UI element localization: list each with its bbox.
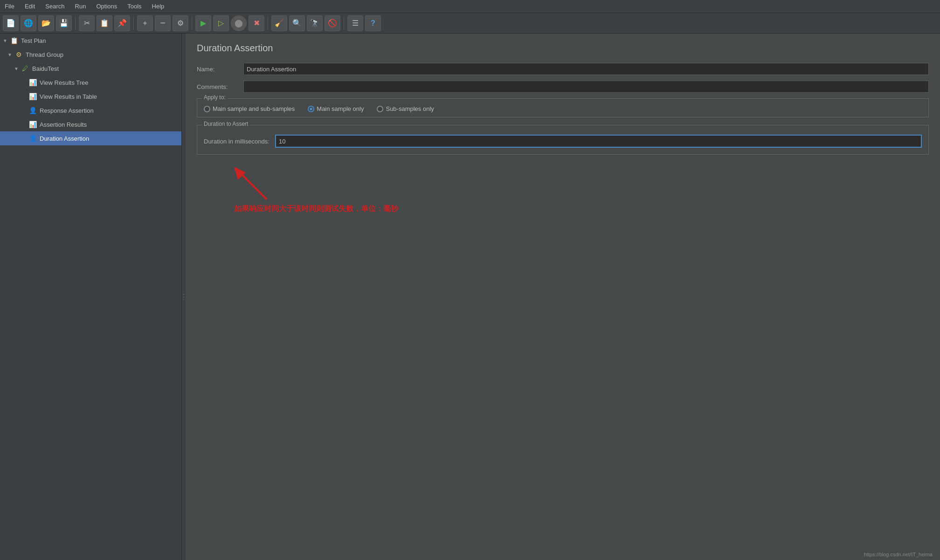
menu-help[interactable]: Help — [150, 2, 166, 11]
icon-assertionresults: 📊 — [28, 120, 37, 129]
toolbar-start-no-pause[interactable]: ▷ — [213, 15, 229, 31]
toolbar-remove[interactable]: − — [155, 15, 171, 31]
radio-label-main-and-sub: Main sample and sub-samples — [213, 105, 295, 112]
toolbar-sep5 — [344, 17, 344, 30]
radio-circle-main-only — [308, 106, 314, 112]
icon-viewresultstree: 📊 — [28, 78, 37, 87]
radio-label-sub-only: Sub-samples only — [386, 105, 434, 112]
toolbar-sep3 — [192, 17, 192, 30]
label-durationassertion: Duration Assertion — [40, 135, 89, 142]
main-layout: ▼ 📋 Test Plan ▼ ⚙ Thread Group ▼ 🖊 Baidu… — [0, 34, 940, 560]
label-testplan: Test Plan — [21, 37, 46, 44]
toolbar-clear[interactable]: 🧹 — [271, 15, 287, 31]
label-threadgroup: Thread Group — [26, 51, 63, 58]
red-arrow-svg — [225, 162, 281, 209]
radio-main-and-sub[interactable]: Main sample and sub-samples — [204, 105, 295, 112]
icon-viewresultstable: 📊 — [28, 92, 37, 101]
icon-durationassertion: 👤 — [28, 134, 37, 143]
apply-to-title: Apply to: — [202, 94, 228, 101]
arrow-threadgroup: ▼ — [7, 52, 14, 57]
menu-edit[interactable]: Edit — [23, 2, 37, 11]
apply-to-group: Apply to: Main sample and sub-samples Ma… — [197, 98, 929, 117]
label-viewresultstree: View Results Tree — [40, 79, 89, 86]
content-panel: Duration Assertion Name: Comments: Apply… — [186, 34, 940, 560]
toolbar: 📄 🌐 📂 💾 ✂ 📋 📌 + − ⚙ ▶ ▷ ⬤ ✖ 🧹 🔍 🔭 🚫 ☰ ? — [0, 13, 940, 34]
svg-line-0 — [239, 171, 267, 199]
sidebar: ▼ 📋 Test Plan ▼ ⚙ Thread Group ▼ 🖊 Baidu… — [0, 34, 182, 560]
menu-file[interactable]: File — [3, 2, 16, 11]
radio-circle-main-and-sub — [204, 106, 210, 112]
label-responseassertion: Response Assertion — [40, 107, 94, 114]
label-baidutest: BaiduTest — [32, 65, 59, 72]
toolbar-sep2 — [133, 17, 134, 30]
toolbar-clear-all[interactable]: 🔍 — [289, 15, 305, 31]
toolbar-sep1 — [75, 17, 76, 30]
arrow-baidutest: ▼ — [14, 66, 21, 71]
comments-input[interactable] — [243, 81, 929, 93]
duration-group-title: Duration to Assert — [202, 121, 250, 127]
toolbar-config[interactable]: ⚙ — [173, 15, 188, 31]
icon-responseassertion: 👤 — [28, 106, 37, 115]
tree-item-durationassertion[interactable]: ▷ 👤 Duration Assertion — [0, 131, 181, 145]
name-row: Name: — [197, 63, 929, 75]
toolbar-log[interactable]: 🚫 — [325, 15, 340, 31]
label-assertionresults: Assertion Results — [40, 121, 87, 128]
radio-group: Main sample and sub-samples Main sample … — [204, 105, 922, 112]
tree-item-viewresultstree[interactable]: ▷ 📊 View Results Tree — [0, 75, 181, 89]
menu-run[interactable]: Run — [73, 2, 88, 11]
icon-testplan: 📋 — [9, 36, 19, 45]
drag-handle[interactable]: ⋮ — [182, 34, 186, 560]
radio-main-only[interactable]: Main sample only — [308, 105, 364, 112]
name-label: Name: — [197, 66, 243, 73]
toolbar-list[interactable]: ☰ — [347, 15, 363, 31]
toolbar-open[interactable]: 📂 — [38, 15, 54, 31]
duration-input[interactable] — [275, 135, 922, 148]
icon-threadgroup: ⚙ — [14, 50, 23, 59]
toolbar-templates[interactable]: 🌐 — [21, 15, 36, 31]
duration-label: Duration in milliseconds: — [204, 138, 270, 145]
tree-item-responseassertion[interactable]: ▷ 👤 Response Assertion — [0, 103, 181, 117]
tree-item-baidutest[interactable]: ▼ 🖊 BaiduTest — [0, 61, 181, 75]
tree-item-testplan[interactable]: ▼ 📋 Test Plan — [0, 34, 181, 48]
toolbar-copy[interactable]: 📋 — [97, 15, 112, 31]
label-viewresultstable: View Results in Table — [40, 93, 97, 100]
menubar: File Edit Search Run Options Tools Help — [0, 0, 940, 13]
footer-url: https://blog.csdn.net/IT_heima — [864, 552, 933, 557]
toolbar-add[interactable]: + — [137, 15, 153, 31]
comments-label: Comments: — [197, 83, 243, 90]
radio-circle-sub-only — [377, 106, 383, 112]
duration-row: Duration in milliseconds: — [204, 135, 922, 148]
toolbar-new[interactable]: 📄 — [3, 15, 19, 31]
toolbar-start[interactable]: ▶ — [195, 15, 211, 31]
tree-item-threadgroup[interactable]: ▼ ⚙ Thread Group — [0, 48, 181, 61]
toolbar-help[interactable]: ? — [365, 15, 381, 31]
annotation-text: 如果响应时间大于该时间则测试失败，单位：毫秒 — [234, 204, 398, 214]
duration-group: Duration to Assert Duration in milliseco… — [197, 125, 929, 155]
toolbar-cut[interactable]: ✂ — [79, 15, 95, 31]
toolbar-paste[interactable]: 📌 — [114, 15, 130, 31]
menu-search[interactable]: Search — [43, 2, 66, 11]
radio-label-main-only: Main sample only — [317, 105, 364, 112]
tree-item-viewresultstable[interactable]: ▷ 📊 View Results in Table — [0, 89, 181, 103]
toolbar-save[interactable]: 💾 — [56, 15, 72, 31]
name-input[interactable] — [243, 63, 929, 75]
comments-row: Comments: — [197, 81, 929, 93]
radio-sub-only[interactable]: Sub-samples only — [377, 105, 434, 112]
toolbar-sep4 — [268, 17, 268, 30]
toolbar-shutdown[interactable]: ✖ — [249, 15, 264, 31]
toolbar-stop[interactable]: ⬤ — [231, 15, 247, 31]
menu-tools[interactable]: Tools — [125, 2, 143, 11]
tree-item-assertionresults[interactable]: ▷ 📊 Assertion Results — [0, 117, 181, 131]
annotation-area: 如果响应时间大于该时间则测试失败，单位：毫秒 — [197, 162, 929, 227]
menu-options[interactable]: Options — [94, 2, 119, 11]
toolbar-search[interactable]: 🔭 — [307, 15, 323, 31]
panel-title: Duration Assertion — [197, 43, 929, 54]
icon-baidutest: 🖊 — [21, 64, 30, 73]
arrow-testplan: ▼ — [3, 38, 9, 43]
